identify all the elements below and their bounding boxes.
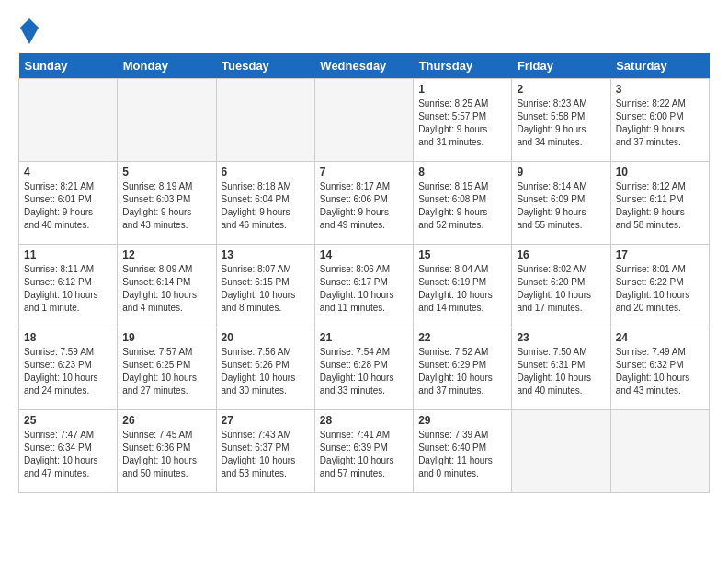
day-number: 8	[418, 166, 506, 178]
cell-content: Sunrise: 8:14 AM Sunset: 6:09 PM Dayligh…	[517, 180, 605, 232]
cell-content: Sunrise: 7:57 AM Sunset: 6:25 PM Dayligh…	[122, 346, 210, 397]
calendar-cell: 9Sunrise: 8:14 AM Sunset: 6:09 PM Daylig…	[512, 162, 610, 245]
cell-content: Sunrise: 8:15 AM Sunset: 6:08 PM Dayligh…	[418, 180, 506, 232]
calendar-cell: 20Sunrise: 7:56 AM Sunset: 6:26 PM Dayli…	[216, 327, 314, 410]
cell-content: Sunrise: 7:52 AM Sunset: 6:29 PM Dayligh…	[418, 346, 506, 397]
cell-content: Sunrise: 8:07 AM Sunset: 6:15 PM Dayligh…	[222, 263, 310, 315]
logo	[18, 18, 42, 44]
calendar-cell: 25Sunrise: 7:47 AM Sunset: 6:34 PM Dayli…	[19, 410, 118, 493]
day-number: 11	[24, 248, 112, 261]
cell-content: Sunrise: 8:19 AM Sunset: 6:03 PM Dayligh…	[122, 180, 210, 232]
calendar-cell	[512, 410, 610, 493]
cell-content: Sunrise: 7:49 AM Sunset: 6:32 PM Dayligh…	[616, 346, 704, 397]
cell-content: Sunrise: 7:59 AM Sunset: 6:23 PM Dayligh…	[24, 346, 112, 397]
day-number: 22	[418, 331, 506, 344]
calendar-cell: 10Sunrise: 8:12 AM Sunset: 6:11 PM Dayli…	[610, 162, 709, 245]
day-number: 24	[616, 331, 704, 344]
day-number: 1	[418, 83, 506, 96]
day-number: 18	[24, 331, 112, 344]
calendar-cell: 4Sunrise: 8:21 AM Sunset: 6:01 PM Daylig…	[19, 162, 118, 245]
cell-content: Sunrise: 7:45 AM Sunset: 6:36 PM Dayligh…	[122, 429, 210, 480]
calendar-cell: 2Sunrise: 8:23 AM Sunset: 5:58 PM Daylig…	[512, 79, 610, 162]
day-number: 23	[517, 331, 605, 344]
calendar-cell: 23Sunrise: 7:50 AM Sunset: 6:31 PM Dayli…	[512, 327, 610, 410]
cell-content: Sunrise: 8:09 AM Sunset: 6:14 PM Dayligh…	[122, 263, 210, 315]
calendar-table: SundayMondayTuesdayWednesdayThursdayFrid…	[18, 53, 710, 493]
calendar-cell: 19Sunrise: 7:57 AM Sunset: 6:25 PM Dayli…	[118, 327, 216, 410]
day-number: 20	[222, 331, 310, 344]
calendar-cell	[610, 410, 709, 493]
column-header-thursday: Thursday	[414, 53, 512, 79]
calendar-cell: 3Sunrise: 8:22 AM Sunset: 6:00 PM Daylig…	[610, 79, 709, 162]
calendar-cell: 12Sunrise: 8:09 AM Sunset: 6:14 PM Dayli…	[118, 245, 216, 327]
day-number: 7	[320, 166, 408, 178]
calendar-cell: 15Sunrise: 8:04 AM Sunset: 6:19 PM Dayli…	[414, 245, 512, 327]
cell-content: Sunrise: 8:11 AM Sunset: 6:12 PM Dayligh…	[24, 263, 112, 315]
calendar-cell	[19, 79, 118, 162]
calendar-week-3: 11Sunrise: 8:11 AM Sunset: 6:12 PM Dayli…	[19, 245, 710, 327]
day-number: 19	[122, 331, 210, 344]
calendar-cell: 28Sunrise: 7:41 AM Sunset: 6:39 PM Dayli…	[314, 410, 413, 493]
day-number: 3	[616, 83, 704, 96]
cell-content: Sunrise: 8:21 AM Sunset: 6:01 PM Dayligh…	[24, 180, 112, 232]
cell-content: Sunrise: 7:50 AM Sunset: 6:31 PM Dayligh…	[517, 346, 605, 397]
column-header-friday: Friday	[512, 53, 610, 79]
cell-content: Sunrise: 8:17 AM Sunset: 6:06 PM Dayligh…	[320, 180, 408, 232]
cell-content: Sunrise: 7:43 AM Sunset: 6:37 PM Dayligh…	[222, 429, 310, 480]
calendar-week-5: 25Sunrise: 7:47 AM Sunset: 6:34 PM Dayli…	[19, 410, 710, 493]
day-number: 15	[418, 248, 506, 261]
calendar-cell: 7Sunrise: 8:17 AM Sunset: 6:06 PM Daylig…	[314, 162, 413, 245]
cell-content: Sunrise: 8:01 AM Sunset: 6:22 PM Dayligh…	[616, 263, 704, 315]
calendar-cell	[216, 79, 314, 162]
column-header-saturday: Saturday	[610, 53, 709, 79]
calendar-cell: 17Sunrise: 8:01 AM Sunset: 6:22 PM Dayli…	[610, 245, 709, 327]
calendar-cell: 8Sunrise: 8:15 AM Sunset: 6:08 PM Daylig…	[414, 162, 512, 245]
day-number: 29	[418, 414, 506, 427]
logo-icon	[20, 18, 39, 44]
cell-content: Sunrise: 8:12 AM Sunset: 6:11 PM Dayligh…	[616, 180, 704, 232]
calendar-cell: 5Sunrise: 8:19 AM Sunset: 6:03 PM Daylig…	[118, 162, 216, 245]
calendar-cell: 27Sunrise: 7:43 AM Sunset: 6:37 PM Dayli…	[216, 410, 314, 493]
day-number: 17	[616, 248, 704, 261]
calendar-cell: 6Sunrise: 8:18 AM Sunset: 6:04 PM Daylig…	[216, 162, 314, 245]
day-number: 25	[24, 414, 112, 427]
calendar-cell: 16Sunrise: 8:02 AM Sunset: 6:20 PM Dayli…	[512, 245, 610, 327]
day-number: 21	[320, 331, 408, 344]
day-number: 13	[222, 248, 310, 261]
calendar-cell: 29Sunrise: 7:39 AM Sunset: 6:40 PM Dayli…	[414, 410, 512, 493]
page-header	[18, 18, 710, 44]
calendar-week-1: 1Sunrise: 8:25 AM Sunset: 5:57 PM Daylig…	[19, 79, 710, 162]
cell-content: Sunrise: 8:02 AM Sunset: 6:20 PM Dayligh…	[517, 263, 605, 315]
column-header-sunday: Sunday	[19, 53, 118, 79]
calendar-week-2: 4Sunrise: 8:21 AM Sunset: 6:01 PM Daylig…	[19, 162, 710, 245]
cell-content: Sunrise: 7:56 AM Sunset: 6:26 PM Dayligh…	[222, 346, 310, 397]
day-number: 28	[320, 414, 408, 427]
day-number: 27	[222, 414, 310, 427]
calendar-week-4: 18Sunrise: 7:59 AM Sunset: 6:23 PM Dayli…	[19, 327, 710, 410]
calendar-cell: 24Sunrise: 7:49 AM Sunset: 6:32 PM Dayli…	[610, 327, 709, 410]
day-number: 26	[122, 414, 210, 427]
cell-content: Sunrise: 7:39 AM Sunset: 6:40 PM Dayligh…	[418, 429, 506, 480]
calendar-cell: 1Sunrise: 8:25 AM Sunset: 5:57 PM Daylig…	[414, 79, 512, 162]
calendar-cell	[314, 79, 413, 162]
calendar-cell: 11Sunrise: 8:11 AM Sunset: 6:12 PM Dayli…	[19, 245, 118, 327]
calendar-cell: 22Sunrise: 7:52 AM Sunset: 6:29 PM Dayli…	[414, 327, 512, 410]
day-number: 5	[122, 166, 210, 178]
day-number: 6	[222, 166, 310, 178]
day-number: 12	[122, 248, 210, 261]
calendar-cell	[118, 79, 216, 162]
day-number: 14	[320, 248, 408, 261]
day-number: 4	[24, 166, 112, 178]
calendar-cell: 18Sunrise: 7:59 AM Sunset: 6:23 PM Dayli…	[19, 327, 118, 410]
cell-content: Sunrise: 8:04 AM Sunset: 6:19 PM Dayligh…	[418, 263, 506, 315]
calendar-cell: 13Sunrise: 8:07 AM Sunset: 6:15 PM Dayli…	[216, 245, 314, 327]
day-number: 2	[517, 83, 605, 96]
calendar-cell: 21Sunrise: 7:54 AM Sunset: 6:28 PM Dayli…	[314, 327, 413, 410]
day-number: 10	[616, 166, 704, 178]
day-number: 9	[517, 166, 605, 178]
calendar-header-row: SundayMondayTuesdayWednesdayThursdayFrid…	[19, 53, 710, 79]
cell-content: Sunrise: 8:25 AM Sunset: 5:57 PM Dayligh…	[418, 98, 506, 149]
day-number: 16	[517, 248, 605, 261]
svg-marker-0	[20, 18, 39, 44]
cell-content: Sunrise: 7:47 AM Sunset: 6:34 PM Dayligh…	[24, 429, 112, 480]
